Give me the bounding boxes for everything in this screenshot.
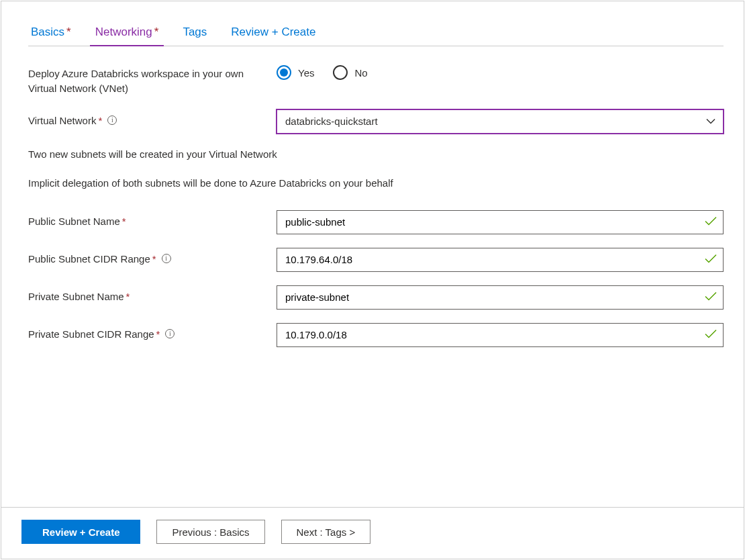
- tab-label: Networking: [95, 26, 152, 38]
- field-deploy-vnet: Yes No: [277, 62, 724, 80]
- field-virtual-network: databricks-quickstart: [277, 109, 724, 134]
- label-private-subnet-name: Private Subnet Name *: [28, 285, 277, 304]
- field-private-subnet-name: [277, 285, 724, 310]
- label-text: Private Subnet Name: [28, 289, 124, 304]
- row-public-subnet-cidr: Public Subnet CIDR Range * i: [28, 248, 724, 272]
- hint-subnets-created: Two new subnets will be created in your …: [28, 147, 724, 161]
- info-icon[interactable]: i: [162, 254, 171, 263]
- label-text: Virtual Network: [28, 113, 96, 128]
- wizard-tabs: Basics* Networking* Tags Review + Create: [28, 21, 724, 46]
- row-private-subnet-name: Private Subnet Name *: [28, 285, 724, 310]
- radio-group-deploy-vnet: Yes No: [277, 62, 724, 80]
- field-public-subnet-cidr: [277, 248, 724, 272]
- label-text: Private Subnet CIDR Range: [28, 327, 154, 342]
- required-star: *: [156, 327, 160, 342]
- info-icon[interactable]: i: [107, 115, 117, 125]
- next-button[interactable]: Next : Tags >: [281, 520, 371, 544]
- radio-label-no: No: [354, 67, 367, 79]
- radio-circle-icon: [333, 65, 348, 80]
- required-star: *: [126, 289, 130, 304]
- form-content: Basics* Networking* Tags Review + Create…: [1, 1, 744, 507]
- text-input[interactable]: [285, 286, 699, 309]
- tab-label: Review + Create: [231, 26, 315, 38]
- input-public-subnet-cidr[interactable]: [277, 248, 724, 272]
- tab-networking[interactable]: Networking*: [93, 21, 162, 46]
- select-virtual-network[interactable]: databricks-quickstart: [277, 109, 724, 134]
- text-input[interactable]: [285, 324, 699, 346]
- wizard-footer: Review + Create Previous : Basics Next :…: [1, 507, 744, 559]
- radio-circle-icon: [277, 65, 291, 80]
- row-private-subnet-cidr: Private Subnet CIDR Range * i: [28, 323, 724, 347]
- networking-form-page: Basics* Networking* Tags Review + Create…: [1, 1, 744, 559]
- radio-label-yes: Yes: [298, 67, 314, 79]
- input-public-subnet-name[interactable]: [277, 210, 724, 234]
- field-public-subnet-name: [277, 210, 724, 234]
- input-private-subnet-cidr[interactable]: [277, 323, 724, 347]
- label-public-subnet-cidr: Public Subnet CIDR Range * i: [28, 248, 277, 267]
- label-text: Public Subnet CIDR Range: [28, 252, 150, 267]
- row-public-subnet-name: Public Subnet Name *: [28, 210, 724, 234]
- required-star: *: [98, 113, 102, 128]
- select-value: databricks-quickstart: [285, 115, 378, 127]
- tab-review-create[interactable]: Review + Create: [228, 21, 318, 46]
- row-virtual-network: Virtual Network * i databricks-quickstar…: [28, 109, 724, 134]
- radio-yes[interactable]: Yes: [277, 65, 314, 80]
- required-star: *: [152, 252, 156, 267]
- required-star: *: [122, 214, 126, 229]
- label-public-subnet-name: Public Subnet Name *: [28, 210, 277, 229]
- label-virtual-network: Virtual Network * i: [28, 109, 277, 128]
- label-private-subnet-cidr: Private Subnet CIDR Range * i: [28, 323, 277, 342]
- label-deploy-vnet: Deploy Azure Databricks workspace in you…: [28, 62, 277, 96]
- radio-dot-icon: [280, 68, 288, 77]
- input-private-subnet-name[interactable]: [277, 285, 724, 310]
- text-input[interactable]: [285, 248, 699, 271]
- review-create-button[interactable]: Review + Create: [21, 520, 140, 544]
- label-text: Deploy Azure Databricks workspace in you…: [28, 68, 244, 94]
- required-star: *: [66, 26, 71, 38]
- label-text: Public Subnet Name: [28, 214, 120, 229]
- tab-label: Tags: [183, 26, 207, 38]
- required-star: *: [154, 26, 159, 38]
- hint-delegation: Implicit delegation of both subnets will…: [28, 176, 724, 190]
- select-display: databricks-quickstart: [277, 109, 724, 134]
- info-icon[interactable]: i: [165, 329, 175, 338]
- tab-label: Basics: [31, 26, 64, 38]
- previous-button[interactable]: Previous : Basics: [156, 520, 264, 544]
- field-private-subnet-cidr: [277, 323, 724, 347]
- tab-tags[interactable]: Tags: [180, 21, 209, 46]
- row-deploy-vnet: Deploy Azure Databricks workspace in you…: [28, 62, 724, 96]
- radio-no[interactable]: No: [333, 65, 367, 80]
- text-input[interactable]: [285, 211, 699, 234]
- tab-basics[interactable]: Basics*: [28, 21, 74, 46]
